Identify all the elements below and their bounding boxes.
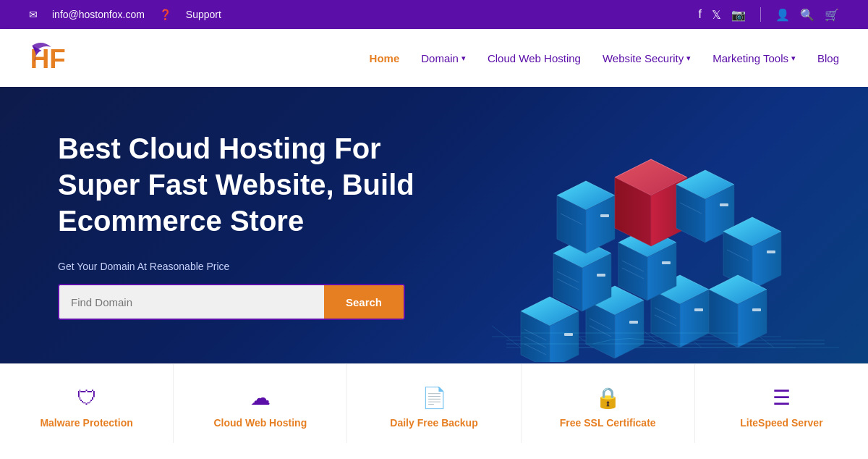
features-bar: 🛡 Malware Protection ☁ Cloud Web Hosting… (0, 363, 868, 443)
nav-website-security[interactable]: Website Security ▾ (603, 52, 691, 64)
svg-rect-25 (629, 321, 638, 324)
hero-content: Best Cloud Hosting For Super Fast Websit… (58, 130, 434, 320)
topbar-left: ✉ info@hostonfox.com ❓ Support (29, 9, 221, 20)
nav-domain[interactable]: Domain ▾ (421, 52, 466, 64)
security-chevron-icon: ▾ (686, 54, 691, 63)
domain-search-input[interactable] (59, 285, 324, 319)
feature-malware: 🛡 Malware Protection (0, 364, 174, 443)
svg-rect-56 (720, 203, 728, 206)
nav-links: Home Domain ▾ Cloud Web Hosting Website … (370, 52, 839, 64)
server-icon: ☰ (773, 386, 791, 410)
topbar-right: f 𝕏 📷 👤 🔍 🛒 (699, 7, 839, 22)
svg-rect-37 (597, 274, 605, 277)
logo[interactable]: HF (29, 38, 80, 78)
svg-rect-61 (767, 250, 775, 253)
domain-search-box: Search (58, 284, 405, 320)
support-icon: ❓ (159, 9, 171, 20)
hero-illustration (448, 87, 854, 362)
feature-malware-label: Malware Protection (40, 417, 132, 429)
nav-divider (760, 7, 761, 22)
instagram-icon[interactable]: 📷 (731, 8, 746, 22)
svg-rect-43 (662, 261, 671, 264)
marketing-chevron-icon: ▾ (791, 54, 796, 63)
feature-cloud-label: Cloud Web Hosting (213, 417, 307, 429)
nav-marketing-tools[interactable]: Marketing Tools ▾ (712, 52, 796, 64)
malware-icon: 🛡 (77, 386, 97, 410)
svg-rect-31 (694, 308, 703, 311)
email-icon: ✉ (29, 9, 38, 20)
svg-rect-19 (564, 333, 573, 336)
topbar-support[interactable]: Support (186, 9, 221, 20)
cloud-icon: ☁ (250, 386, 271, 410)
svg-rect-65 (752, 308, 761, 311)
backup-icon: 📄 (422, 386, 447, 410)
nav-cloud-hosting[interactable]: Cloud Web Hosting (488, 52, 581, 64)
feature-ssl: 🔒 Free SSL Certificate (522, 364, 695, 443)
cart-icon[interactable]: 🛒 (825, 8, 839, 22)
feature-litespeed-label: LiteSpeed Server (740, 417, 822, 429)
search-icon[interactable]: 🔍 (800, 8, 814, 22)
feature-ssl-label: Free SSL Certificate (560, 417, 656, 429)
hero-title: Best Cloud Hosting For Super Fast Websit… (58, 130, 434, 239)
ssl-icon: 🔒 (595, 386, 621, 410)
feature-litespeed: ☰ LiteSpeed Server (695, 364, 868, 443)
hero-section: Best Cloud Hosting For Super Fast Websit… (0, 87, 868, 363)
nav-home[interactable]: Home (370, 52, 400, 64)
topbar: ✉ info@hostonfox.com ❓ Support f 𝕏 📷 👤 🔍… (0, 0, 868, 29)
topbar-email[interactable]: info@hostonfox.com (52, 9, 145, 20)
search-button[interactable]: Search (324, 285, 404, 319)
account-icon[interactable]: 👤 (775, 8, 790, 22)
facebook-icon[interactable]: f (699, 8, 702, 21)
svg-rect-48 (600, 214, 609, 217)
domain-chevron-icon: ▾ (461, 54, 466, 63)
hero-subtitle: Get Your Domain At Reasonable Price (58, 261, 434, 272)
twitter-icon[interactable]: 𝕏 (712, 8, 721, 22)
navbar: HF Home Domain ▾ Cloud Web Hosting Websi… (0, 29, 868, 87)
feature-backup: 📄 Daily Free Backup (347, 364, 521, 443)
feature-cloud-hosting: ☁ Cloud Web Hosting (174, 364, 347, 443)
feature-backup-label: Daily Free Backup (390, 417, 477, 429)
nav-blog[interactable]: Blog (817, 52, 839, 64)
